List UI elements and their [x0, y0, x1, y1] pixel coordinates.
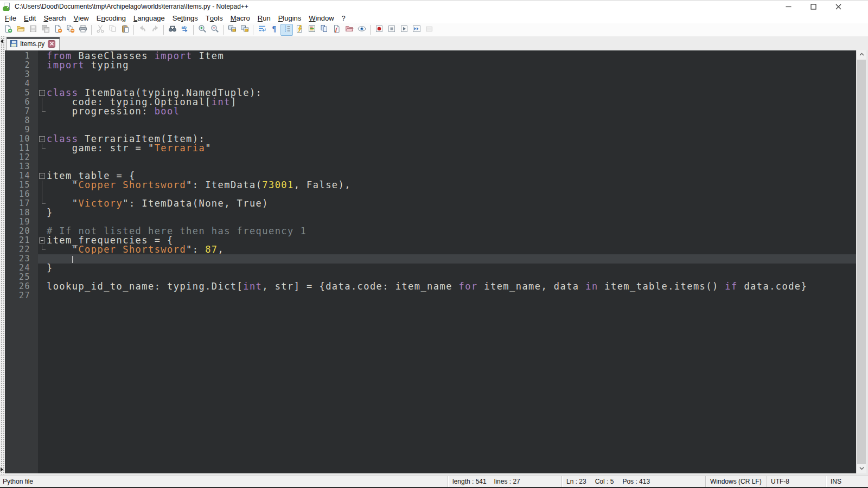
undo-button[interactable]	[136, 24, 149, 36]
menu-item-edit[interactable]: Edit	[20, 12, 40, 23]
zoom-in-button[interactable]	[196, 24, 208, 36]
paste-button[interactable]	[119, 24, 131, 36]
close-all-button[interactable]	[64, 24, 76, 36]
code-line-18[interactable]: 18}	[5, 208, 856, 217]
code-line-26[interactable]: 26lookup_id_to_name: typing.Dict[int, st…	[5, 282, 856, 291]
code-line-17[interactable]: 17 "Victory": ItemData(None, True)	[5, 199, 856, 208]
menu-item-search[interactable]: Search	[40, 12, 69, 23]
macro-stop-button[interactable]	[385, 24, 398, 36]
menu-item-view[interactable]: View	[70, 12, 93, 23]
line-number: 4	[5, 79, 38, 88]
maximize-button[interactable]	[801, 1, 826, 12]
scroll-down-button[interactable]	[857, 464, 866, 473]
close-icon	[834, 2, 843, 11]
menu-item-settings[interactable]: Settings	[169, 12, 202, 23]
fold-margin	[38, 181, 47, 190]
code-line-22[interactable]: 22 "Copper Shortsword": 87,	[5, 245, 856, 254]
define-language-button[interactable]	[293, 24, 305, 36]
define-language-icon	[295, 24, 304, 35]
document-map-button[interactable]	[305, 24, 318, 36]
save-all-button[interactable]	[39, 24, 52, 36]
line-number: 2	[5, 61, 38, 70]
new-file-button[interactable]	[2, 24, 14, 36]
status-eol-format[interactable]: Windows (CR LF)	[705, 476, 766, 487]
close-file-button[interactable]	[52, 24, 64, 36]
menu-item-file[interactable]: File	[1, 12, 20, 23]
cut-button[interactable]	[94, 24, 106, 36]
word-wrap-button[interactable]	[256, 24, 268, 36]
code-line-12[interactable]: 12	[5, 153, 856, 162]
dock-collapse-right-icon[interactable]	[1, 467, 3, 472]
fold-toggle[interactable]	[38, 88, 47, 98]
menu-item-encoding[interactable]: Encoding	[93, 12, 130, 23]
code-line-23[interactable]: 23	[5, 254, 856, 264]
menu-item-help[interactable]: ?	[338, 12, 349, 23]
monitoring-icon	[358, 24, 366, 35]
open-button[interactable]	[14, 24, 27, 36]
code-line-3[interactable]: 3	[5, 70, 856, 79]
fold-margin	[38, 254, 47, 264]
menu-item-macro[interactable]: Macro	[227, 12, 254, 23]
line-number: 26	[5, 282, 38, 291]
vertical-scrollbar[interactable]	[856, 50, 866, 473]
find-button[interactable]	[166, 24, 178, 36]
code-line-24[interactable]: 24}	[5, 264, 856, 273]
redo-button[interactable]	[149, 24, 161, 36]
code-line-11[interactable]: 11 game: str = "Terraria"	[5, 144, 856, 153]
sync-horizontal-scroll-button[interactable]	[238, 24, 251, 36]
macro-record-button[interactable]	[373, 24, 385, 36]
show-all-characters-icon: ¶	[270, 24, 279, 35]
fold-margin	[38, 245, 47, 254]
toolbar-separator	[368, 24, 373, 35]
macro-run-multiple-button[interactable]	[410, 24, 423, 36]
toolbar-separator	[89, 24, 94, 35]
show-all-characters-button[interactable]: ¶	[268, 24, 280, 36]
copy-icon	[108, 24, 117, 35]
menu-item-plugins[interactable]: Plugins	[275, 12, 305, 23]
show-indent-guide-button[interactable]	[280, 24, 293, 36]
code-line-8[interactable]: 8	[5, 116, 856, 125]
redo-icon	[151, 24, 159, 35]
editor-text-area[interactable]: 1from BaseClasses import Item2import typ…	[5, 50, 856, 473]
menu-item-run[interactable]: Run	[254, 12, 275, 23]
menu-item-window[interactable]: Window	[305, 12, 337, 23]
fold-margin	[38, 291, 47, 300]
copy-button[interactable]	[106, 24, 119, 36]
function-list-button[interactable]: f	[330, 24, 343, 36]
print-button[interactable]	[76, 24, 89, 36]
menu-item-tools[interactable]: Tools	[202, 12, 227, 23]
save-button[interactable]	[27, 24, 39, 36]
status-insert-mode[interactable]: INS	[826, 476, 868, 487]
scrollbar-thumb[interactable]	[857, 60, 866, 464]
status-encoding[interactable]: UTF-8	[766, 476, 826, 487]
code-line-1[interactable]: 1from BaseClasses import Item	[5, 52, 856, 61]
minimize-button[interactable]	[776, 1, 801, 12]
code-line-7[interactable]: 7 progression: bool	[5, 107, 856, 116]
code-line-27[interactable]: 27	[5, 291, 856, 300]
zoom-out-button[interactable]	[208, 24, 221, 36]
menu-item-language[interactable]: Language	[130, 12, 169, 23]
document-list-button[interactable]	[318, 24, 330, 36]
code-line-2[interactable]: 2import typing	[5, 61, 856, 70]
scroll-up-button[interactable]	[857, 50, 866, 60]
fold-toggle[interactable]	[38, 134, 47, 144]
folder-as-workspace-button[interactable]	[343, 24, 355, 36]
notepad-plus-plus-icon	[3, 3, 11, 11]
status-column-number: Col : 5	[595, 478, 614, 485]
sync-vertical-scroll-button[interactable]	[226, 24, 238, 36]
dock-collapse-left-icon[interactable]	[1, 39, 3, 43]
monitoring-button[interactable]	[355, 24, 368, 36]
tab-items.py[interactable]: Items.py	[7, 37, 60, 50]
replace-button[interactable]: ab	[178, 24, 191, 36]
code-line-15[interactable]: 15 "Copper Shortsword": ItemData(73001, …	[5, 181, 856, 190]
macro-playback-button[interactable]	[398, 24, 410, 36]
macro-save-button[interactable]	[423, 24, 435, 36]
fold-margin	[38, 273, 47, 282]
fold-margin	[38, 107, 47, 116]
close-window-button[interactable]	[826, 1, 851, 12]
fold-toggle[interactable]	[38, 171, 47, 181]
fold-margin	[38, 153, 47, 162]
dock-panel-grip[interactable]	[0, 36, 5, 474]
fold-toggle[interactable]	[38, 236, 47, 245]
tab-close-button[interactable]	[48, 40, 55, 48]
